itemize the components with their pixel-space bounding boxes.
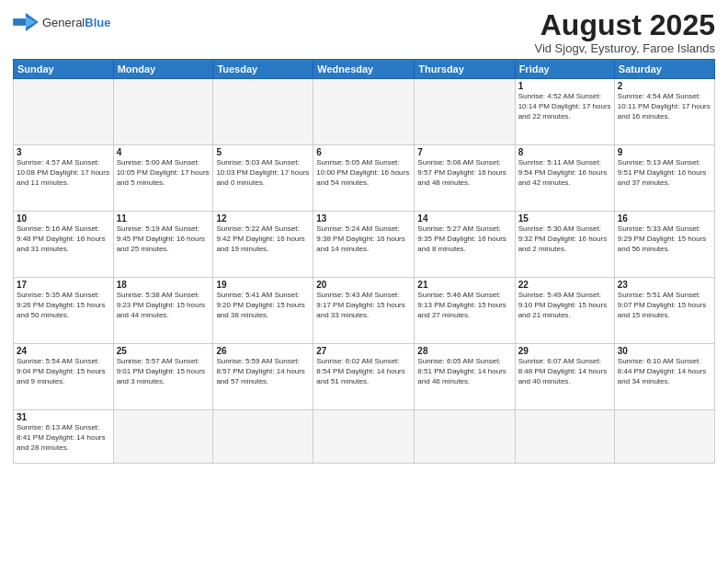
day-info: Sunrise: 5:57 AM Sunset: 9:01 PM Dayligh… <box>117 357 210 386</box>
day-info: Sunrise: 5:33 AM Sunset: 9:29 PM Dayligh… <box>618 224 711 254</box>
day-number: 28 <box>417 346 511 356</box>
svg-rect-0 <box>13 18 26 26</box>
day-info: Sunrise: 5:03 AM Sunset: 10:03 PM Daylig… <box>216 158 310 188</box>
calendar-day-cell: 5Sunrise: 5:03 AM Sunset: 10:03 PM Dayli… <box>213 145 313 212</box>
day-info: Sunrise: 6:13 AM Sunset: 8:41 PM Dayligh… <box>17 423 110 453</box>
calendar-week-row: 1Sunrise: 4:52 AM Sunset: 10:14 PM Dayli… <box>14 79 715 145</box>
day-number: 30 <box>618 346 711 356</box>
day-number: 21 <box>417 280 511 290</box>
day-number: 1 <box>518 81 611 91</box>
day-number: 10 <box>17 213 110 224</box>
day-info: Sunrise: 5:59 AM Sunset: 8:57 PM Dayligh… <box>216 357 310 386</box>
day-number: 2 <box>618 81 711 91</box>
calendar-day-cell <box>213 79 313 145</box>
day-number: 7 <box>417 147 511 157</box>
calendar-day-cell: 13Sunrise: 5:24 AM Sunset: 9:38 PM Dayli… <box>313 212 415 278</box>
day-info: Sunrise: 5:08 AM Sunset: 9:57 PM Dayligh… <box>417 158 511 188</box>
day-number: 15 <box>518 213 611 224</box>
calendar-day-cell: 23Sunrise: 5:51 AM Sunset: 9:07 PM Dayli… <box>614 278 714 344</box>
calendar-day-cell: 10Sunrise: 5:16 AM Sunset: 9:48 PM Dayli… <box>14 212 114 278</box>
calendar-day-cell <box>614 410 714 464</box>
day-info: Sunrise: 5:05 AM Sunset: 10:00 PM Daylig… <box>316 158 411 188</box>
calendar-week-row: 24Sunrise: 5:54 AM Sunset: 9:04 PM Dayli… <box>14 344 715 410</box>
header: GeneralBlue August 2025 Vid Sjogv, Eystu… <box>13 9 715 55</box>
calendar-day-cell: 17Sunrise: 5:35 AM Sunset: 9:26 PM Dayli… <box>14 278 114 344</box>
calendar-table: SundayMondayTuesdayWednesdayThursdayFrid… <box>13 59 715 464</box>
calendar-day-cell: 29Sunrise: 6:07 AM Sunset: 8:48 PM Dayli… <box>515 344 614 410</box>
calendar-body: 1Sunrise: 4:52 AM Sunset: 10:14 PM Dayli… <box>14 79 715 464</box>
day-number: 22 <box>518 280 611 290</box>
day-number: 29 <box>518 346 611 356</box>
day-info: Sunrise: 6:07 AM Sunset: 8:48 PM Dayligh… <box>518 357 611 386</box>
day-number: 6 <box>316 147 411 157</box>
calendar-day-cell: 12Sunrise: 5:22 AM Sunset: 9:42 PM Dayli… <box>213 212 313 278</box>
day-number: 19 <box>216 280 310 290</box>
calendar-day-cell: 2Sunrise: 4:54 AM Sunset: 10:11 PM Dayli… <box>614 79 714 145</box>
calendar-day-cell: 31Sunrise: 6:13 AM Sunset: 8:41 PM Dayli… <box>14 410 114 464</box>
calendar-day-cell: 11Sunrise: 5:19 AM Sunset: 9:45 PM Dayli… <box>113 212 213 278</box>
calendar-day-cell: 22Sunrise: 5:49 AM Sunset: 9:10 PM Dayli… <box>515 278 614 344</box>
calendar-day-cell: 16Sunrise: 5:33 AM Sunset: 9:29 PM Dayli… <box>614 212 714 278</box>
day-number: 18 <box>117 280 210 290</box>
day-number: 25 <box>117 346 210 356</box>
calendar-day-cell: 6Sunrise: 5:05 AM Sunset: 10:00 PM Dayli… <box>313 145 415 212</box>
day-info: Sunrise: 5:00 AM Sunset: 10:05 PM Daylig… <box>117 158 210 188</box>
calendar-day-cell: 28Sunrise: 6:05 AM Sunset: 8:51 PM Dayli… <box>415 344 515 410</box>
day-number: 5 <box>216 147 310 157</box>
calendar-week-row: 10Sunrise: 5:16 AM Sunset: 9:48 PM Dayli… <box>14 212 715 278</box>
day-number: 26 <box>216 346 310 356</box>
day-info: Sunrise: 5:43 AM Sunset: 9:17 PM Dayligh… <box>316 291 411 320</box>
day-info: Sunrise: 5:38 AM Sunset: 9:23 PM Dayligh… <box>117 291 210 320</box>
day-number: 8 <box>518 147 611 157</box>
calendar-week-row: 3Sunrise: 4:57 AM Sunset: 10:08 PM Dayli… <box>14 145 715 212</box>
calendar-week-row: 31Sunrise: 6:13 AM Sunset: 8:41 PM Dayli… <box>14 410 715 464</box>
day-number: 20 <box>316 280 411 290</box>
day-number: 24 <box>17 346 110 356</box>
calendar-day-cell: 24Sunrise: 5:54 AM Sunset: 9:04 PM Dayli… <box>14 344 114 410</box>
day-number: 13 <box>316 213 411 224</box>
day-info: Sunrise: 5:11 AM Sunset: 9:54 PM Dayligh… <box>518 158 611 188</box>
day-info: Sunrise: 4:52 AM Sunset: 10:14 PM Daylig… <box>518 92 611 121</box>
calendar-day-cell: 8Sunrise: 5:11 AM Sunset: 9:54 PM Daylig… <box>515 145 614 212</box>
day-info: Sunrise: 5:46 AM Sunset: 9:13 PM Dayligh… <box>417 291 511 320</box>
calendar-day-cell: 25Sunrise: 5:57 AM Sunset: 9:01 PM Dayli… <box>113 344 213 410</box>
calendar-day-cell <box>14 79 114 145</box>
calendar-day-cell <box>415 410 515 464</box>
calendar-day-cell: 19Sunrise: 5:41 AM Sunset: 9:20 PM Dayli… <box>213 278 313 344</box>
calendar-day-cell: 1Sunrise: 4:52 AM Sunset: 10:14 PM Dayli… <box>515 79 614 145</box>
day-info: Sunrise: 5:16 AM Sunset: 9:48 PM Dayligh… <box>17 224 110 254</box>
day-number: 4 <box>117 147 210 157</box>
calendar-day-cell: 9Sunrise: 5:13 AM Sunset: 9:51 PM Daylig… <box>614 145 714 212</box>
calendar-day-cell <box>213 410 313 464</box>
day-number: 9 <box>618 147 711 157</box>
day-number: 11 <box>117 213 210 224</box>
calendar-day-cell: 15Sunrise: 5:30 AM Sunset: 9:32 PM Dayli… <box>515 212 614 278</box>
day-info: Sunrise: 6:02 AM Sunset: 8:54 PM Dayligh… <box>316 357 411 386</box>
page: GeneralBlue August 2025 Vid Sjogv, Eystu… <box>0 0 728 563</box>
calendar-day-cell <box>313 410 415 464</box>
day-of-week-header: Tuesday <box>213 60 313 79</box>
logo: GeneralBlue <box>13 13 110 31</box>
day-info: Sunrise: 5:41 AM Sunset: 9:20 PM Dayligh… <box>216 291 310 320</box>
calendar-day-cell <box>113 410 213 464</box>
day-info: Sunrise: 4:57 AM Sunset: 10:08 PM Daylig… <box>17 158 110 188</box>
logo-icon <box>13 13 39 31</box>
day-number: 23 <box>618 280 711 290</box>
calendar-day-cell: 4Sunrise: 5:00 AM Sunset: 10:05 PM Dayli… <box>113 145 213 212</box>
logo-text: GeneralBlue <box>42 14 110 30</box>
calendar-day-cell: 3Sunrise: 4:57 AM Sunset: 10:08 PM Dayli… <box>14 145 114 212</box>
day-info: Sunrise: 5:30 AM Sunset: 9:32 PM Dayligh… <box>518 224 611 254</box>
day-of-week-header: Saturday <box>614 60 714 79</box>
day-info: Sunrise: 6:10 AM Sunset: 8:44 PM Dayligh… <box>618 357 711 386</box>
day-of-week-header: Thursday <box>415 60 515 79</box>
calendar-day-cell: 14Sunrise: 5:27 AM Sunset: 9:35 PM Dayli… <box>415 212 515 278</box>
calendar-day-cell: 27Sunrise: 6:02 AM Sunset: 8:54 PM Dayli… <box>313 344 415 410</box>
month-title: August 2025 <box>534 9 715 41</box>
day-number: 14 <box>417 213 511 224</box>
day-info: Sunrise: 5:24 AM Sunset: 9:38 PM Dayligh… <box>316 224 411 254</box>
day-info: Sunrise: 5:27 AM Sunset: 9:35 PM Dayligh… <box>417 224 511 254</box>
day-number: 16 <box>618 213 711 224</box>
calendar-day-cell: 30Sunrise: 6:10 AM Sunset: 8:44 PM Dayli… <box>614 344 714 410</box>
calendar-day-cell: 21Sunrise: 5:46 AM Sunset: 9:13 PM Dayli… <box>415 278 515 344</box>
calendar-day-cell <box>113 79 213 145</box>
